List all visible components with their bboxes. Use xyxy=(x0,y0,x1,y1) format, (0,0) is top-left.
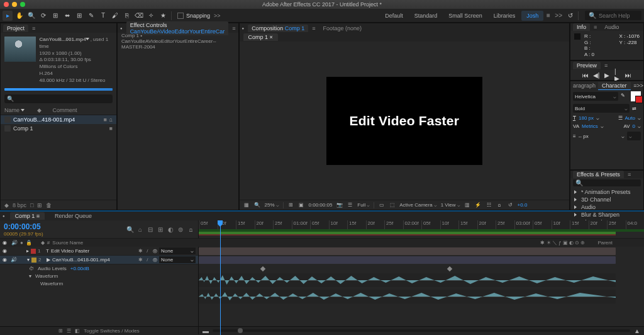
workspace-small-screen[interactable]: Small Screen xyxy=(443,11,487,21)
timecode-block[interactable]: 0:00:00:05 00005 (29.97 fps) xyxy=(4,222,43,237)
pickwhip-icon[interactable]: ◎ xyxy=(153,248,157,254)
paragraph-tab[interactable]: aragraph xyxy=(570,82,598,89)
speaker-icon[interactable]: 🔊 xyxy=(11,257,17,263)
ec-tab-menu-icon[interactable]: ≡ xyxy=(232,25,235,31)
composition-canvas[interactable]: Edit Video Faster xyxy=(326,77,482,165)
shy-icon[interactable]: ⊞ xyxy=(157,225,164,233)
eye-icon[interactable]: ◉ xyxy=(3,248,9,254)
leading-value[interactable]: Auto xyxy=(625,115,635,121)
label-col-icon[interactable]: ◆ xyxy=(41,240,45,246)
ruler-tick[interactable]: 05f xyxy=(421,220,430,229)
clone-stamp-tool-icon[interactable]: ⎘ xyxy=(122,11,132,21)
ruler-tick[interactable]: 25f xyxy=(384,220,393,229)
preview-menu-icon[interactable]: ≡ xyxy=(604,62,608,69)
bpc-toggle[interactable]: 8 bpc xyxy=(13,202,26,208)
character-tab[interactable]: Character xyxy=(598,82,631,90)
ep-category[interactable]: * Animation Presets xyxy=(573,189,641,195)
render-queue-tab[interactable]: Render Queue xyxy=(50,212,97,220)
stopwatch-icon[interactable]: ⏱ xyxy=(29,266,34,271)
ruler-tick[interactable]: 10f xyxy=(440,220,449,229)
eye-icon[interactable]: ◉ xyxy=(3,257,9,263)
first-frame-icon[interactable]: ⏮ xyxy=(582,72,589,78)
composition-viewer[interactable]: Edit Video Faster xyxy=(240,42,570,200)
ruler-tick[interactable]: 20f xyxy=(589,220,597,229)
roi-icon[interactable]: ▭ xyxy=(378,202,385,208)
ruler-tick[interactable]: 25f xyxy=(273,220,282,229)
current-time[interactable]: 0:00:00:05 xyxy=(309,202,333,208)
parent-dropdown[interactable]: None⌵ xyxy=(159,247,196,254)
motion-blur-icon[interactable]: ⊚ xyxy=(177,225,184,233)
timeline-comp-tab[interactable]: Comp 1 ≡ xyxy=(10,212,45,220)
fill-stroke-color[interactable] xyxy=(631,91,641,101)
asset-thumbnail[interactable] xyxy=(4,37,36,62)
project-search[interactable]: 🔍 xyxy=(4,94,113,103)
project-col-tag[interactable]: ◆ xyxy=(37,107,42,113)
hand-tool-icon[interactable]: ✋ xyxy=(14,11,25,21)
camera-tool-icon[interactable]: ⊞ xyxy=(50,11,60,21)
graph-editor-icon[interactable]: ⩍ xyxy=(187,225,194,233)
video-layer-clip[interactable] xyxy=(199,256,616,264)
ruler-tick[interactable]: 15f xyxy=(236,220,245,229)
expand-icon[interactable]: ⊞ xyxy=(58,328,63,334)
info-menu-icon[interactable]: ≡ xyxy=(594,24,597,30)
workspace-default[interactable]: Default xyxy=(380,11,408,21)
pen-tool-icon[interactable]: ✎ xyxy=(86,11,96,21)
tracking-value[interactable]: 0 xyxy=(633,123,635,129)
minimize-window-button[interactable] xyxy=(12,2,17,7)
transparency-icon[interactable]: ⬚ xyxy=(389,202,396,208)
info-tab[interactable]: Info xyxy=(573,23,590,31)
effects-presets-tab[interactable]: Effects & Presets xyxy=(573,171,624,178)
twirl-icon[interactable]: ▾ xyxy=(27,257,30,263)
zoom-dropdown[interactable]: 25%⌵ xyxy=(265,202,279,208)
audio-levels-value[interactable]: +0.00dB xyxy=(70,266,89,271)
ruler-tick[interactable]: 04:0 xyxy=(626,220,638,229)
snapshot-icon[interactable]: 📷 xyxy=(336,202,343,208)
effects-presets-search[interactable]: 🔍 xyxy=(573,179,641,186)
reset-exposure-icon[interactable]: ↺ xyxy=(507,202,514,208)
next-frame-icon[interactable]: |▶ xyxy=(614,72,621,78)
ruler-tick[interactable]: 05f xyxy=(199,220,208,229)
zoom-in-icon[interactable]: ▲ xyxy=(634,327,640,334)
new-folder-icon[interactable]: □ xyxy=(30,202,33,208)
comp-mini-icon[interactable]: ⌂ xyxy=(136,225,144,233)
ruler-tick[interactable]: 15f xyxy=(570,220,579,229)
snapping-toggle[interactable]: Snapping >> xyxy=(177,13,221,19)
ruler-tick[interactable]: 03:00f xyxy=(514,220,530,229)
ruler-tick[interactable]: 20f xyxy=(366,220,375,229)
ruler-tick[interactable]: 15f xyxy=(458,220,467,229)
modes-icon[interactable]: ◧ xyxy=(75,328,80,334)
footage-tab[interactable]: Footage (none) xyxy=(323,25,362,31)
timeline-icon[interactable]: ☷ xyxy=(486,202,492,208)
layer-name[interactable]: Edit Video Faster xyxy=(51,248,136,254)
workspace-standard[interactable]: Standard xyxy=(409,11,443,21)
mask-icon[interactable]: ▣ xyxy=(298,202,305,208)
lock-icon[interactable]: ● xyxy=(120,26,123,30)
show-snapshot-icon[interactable]: ☰ xyxy=(347,202,353,208)
ruler-tick[interactable]: 25f xyxy=(607,220,616,229)
audio-levels-row[interactable]: ⏱ Audio Levels +0.00dB xyxy=(0,264,198,272)
text-layer-clip[interactable] xyxy=(199,247,616,255)
switches-col[interactable]: ✱ ☀ ＼ ƒ ▣ ◐ ⊙ ⊕ xyxy=(540,239,585,246)
av-col-icon[interactable]: ◉ xyxy=(3,240,9,246)
audio-tab[interactable]: Audio xyxy=(601,23,623,31)
keyframe-icon[interactable] xyxy=(260,266,265,271)
layer-switches[interactable]: ✱ / xyxy=(138,257,151,263)
current-timecode[interactable]: 0:00:00:05 xyxy=(4,222,43,231)
canvas-text-layer[interactable]: Edit Video Faster xyxy=(349,113,459,128)
ep-category[interactable]: 3D Channel xyxy=(573,196,641,203)
stroke-value[interactable]: -- px xyxy=(579,133,589,139)
char-overflow-icon[interactable]: >> xyxy=(636,82,643,89)
ruler-tick[interactable]: 10f xyxy=(329,220,338,229)
workspace-menu-icon[interactable]: ≡ xyxy=(545,12,552,19)
tl-search-icon[interactable]: 🔍 xyxy=(126,225,134,233)
time-ruler[interactable]: 05f10f15f20f25f01:00f05f10f15f20f25f02:0… xyxy=(199,220,644,229)
ep-menu-icon[interactable]: ≡ xyxy=(628,171,631,178)
eyedropper-icon[interactable]: ✎ xyxy=(621,93,628,100)
playhead[interactable] xyxy=(220,220,221,335)
ep-category[interactable]: Blur & Sharpen xyxy=(573,212,641,218)
puppet-tool-icon[interactable]: ★ xyxy=(158,11,168,21)
timeline-tab-menu-icon[interactable]: ≡ xyxy=(36,213,40,219)
close-tab-icon[interactable]: × xyxy=(270,34,273,40)
views-dropdown[interactable]: 1 View⌵ xyxy=(441,202,460,208)
flowchart-icon[interactable]: ⩍ xyxy=(496,202,503,208)
